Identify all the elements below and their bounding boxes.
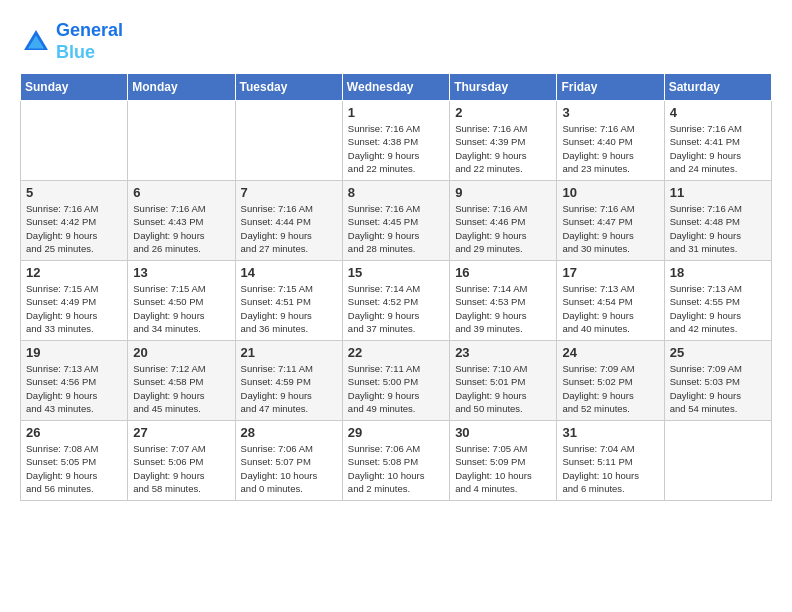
calendar-cell: 5Sunrise: 7:16 AM Sunset: 4:42 PM Daylig…	[21, 181, 128, 261]
day-number: 17	[562, 265, 658, 280]
day-number: 31	[562, 425, 658, 440]
day-number: 22	[348, 345, 444, 360]
calendar-cell: 24Sunrise: 7:09 AM Sunset: 5:02 PM Dayli…	[557, 341, 664, 421]
calendar-cell: 3Sunrise: 7:16 AM Sunset: 4:40 PM Daylig…	[557, 101, 664, 181]
calendar-cell: 30Sunrise: 7:05 AM Sunset: 5:09 PM Dayli…	[450, 421, 557, 501]
day-number: 25	[670, 345, 766, 360]
day-number: 30	[455, 425, 551, 440]
day-number: 18	[670, 265, 766, 280]
calendar-cell: 19Sunrise: 7:13 AM Sunset: 4:56 PM Dayli…	[21, 341, 128, 421]
day-info: Sunrise: 7:15 AM Sunset: 4:49 PM Dayligh…	[26, 282, 122, 335]
day-info: Sunrise: 7:12 AM Sunset: 4:58 PM Dayligh…	[133, 362, 229, 415]
day-number: 11	[670, 185, 766, 200]
day-number: 16	[455, 265, 551, 280]
column-header-wednesday: Wednesday	[342, 74, 449, 101]
day-info: Sunrise: 7:11 AM Sunset: 4:59 PM Dayligh…	[241, 362, 337, 415]
day-number: 15	[348, 265, 444, 280]
day-info: Sunrise: 7:06 AM Sunset: 5:08 PM Dayligh…	[348, 442, 444, 495]
calendar-table: SundayMondayTuesdayWednesdayThursdayFrid…	[20, 73, 772, 501]
calendar-cell: 16Sunrise: 7:14 AM Sunset: 4:53 PM Dayli…	[450, 261, 557, 341]
calendar-cell: 10Sunrise: 7:16 AM Sunset: 4:47 PM Dayli…	[557, 181, 664, 261]
calendar-week-row: 5Sunrise: 7:16 AM Sunset: 4:42 PM Daylig…	[21, 181, 772, 261]
day-number: 3	[562, 105, 658, 120]
calendar-cell	[664, 421, 771, 501]
calendar-cell: 14Sunrise: 7:15 AM Sunset: 4:51 PM Dayli…	[235, 261, 342, 341]
page-header: General Blue	[20, 20, 772, 63]
day-number: 5	[26, 185, 122, 200]
calendar-cell: 15Sunrise: 7:14 AM Sunset: 4:52 PM Dayli…	[342, 261, 449, 341]
day-info: Sunrise: 7:15 AM Sunset: 4:50 PM Dayligh…	[133, 282, 229, 335]
calendar-week-row: 12Sunrise: 7:15 AM Sunset: 4:49 PM Dayli…	[21, 261, 772, 341]
day-info: Sunrise: 7:13 AM Sunset: 4:55 PM Dayligh…	[670, 282, 766, 335]
calendar-header-row: SundayMondayTuesdayWednesdayThursdayFrid…	[21, 74, 772, 101]
calendar-cell: 20Sunrise: 7:12 AM Sunset: 4:58 PM Dayli…	[128, 341, 235, 421]
day-info: Sunrise: 7:16 AM Sunset: 4:44 PM Dayligh…	[241, 202, 337, 255]
day-info: Sunrise: 7:16 AM Sunset: 4:42 PM Dayligh…	[26, 202, 122, 255]
day-number: 28	[241, 425, 337, 440]
calendar-cell: 9Sunrise: 7:16 AM Sunset: 4:46 PM Daylig…	[450, 181, 557, 261]
column-header-tuesday: Tuesday	[235, 74, 342, 101]
calendar-week-row: 26Sunrise: 7:08 AM Sunset: 5:05 PM Dayli…	[21, 421, 772, 501]
day-number: 21	[241, 345, 337, 360]
day-info: Sunrise: 7:16 AM Sunset: 4:43 PM Dayligh…	[133, 202, 229, 255]
column-header-sunday: Sunday	[21, 74, 128, 101]
day-number: 20	[133, 345, 229, 360]
calendar-cell: 12Sunrise: 7:15 AM Sunset: 4:49 PM Dayli…	[21, 261, 128, 341]
day-number: 13	[133, 265, 229, 280]
calendar-cell: 23Sunrise: 7:10 AM Sunset: 5:01 PM Dayli…	[450, 341, 557, 421]
day-number: 29	[348, 425, 444, 440]
day-number: 19	[26, 345, 122, 360]
day-number: 1	[348, 105, 444, 120]
logo-icon	[20, 26, 52, 58]
day-info: Sunrise: 7:09 AM Sunset: 5:03 PM Dayligh…	[670, 362, 766, 415]
day-info: Sunrise: 7:16 AM Sunset: 4:45 PM Dayligh…	[348, 202, 444, 255]
logo: General Blue	[20, 20, 123, 63]
day-number: 14	[241, 265, 337, 280]
calendar-cell: 6Sunrise: 7:16 AM Sunset: 4:43 PM Daylig…	[128, 181, 235, 261]
day-info: Sunrise: 7:06 AM Sunset: 5:07 PM Dayligh…	[241, 442, 337, 495]
day-number: 24	[562, 345, 658, 360]
day-info: Sunrise: 7:16 AM Sunset: 4:48 PM Dayligh…	[670, 202, 766, 255]
calendar-week-row: 19Sunrise: 7:13 AM Sunset: 4:56 PM Dayli…	[21, 341, 772, 421]
day-number: 8	[348, 185, 444, 200]
calendar-cell: 26Sunrise: 7:08 AM Sunset: 5:05 PM Dayli…	[21, 421, 128, 501]
day-info: Sunrise: 7:16 AM Sunset: 4:38 PM Dayligh…	[348, 122, 444, 175]
day-info: Sunrise: 7:16 AM Sunset: 4:41 PM Dayligh…	[670, 122, 766, 175]
day-number: 10	[562, 185, 658, 200]
calendar-cell: 25Sunrise: 7:09 AM Sunset: 5:03 PM Dayli…	[664, 341, 771, 421]
calendar-cell: 2Sunrise: 7:16 AM Sunset: 4:39 PM Daylig…	[450, 101, 557, 181]
calendar-cell: 8Sunrise: 7:16 AM Sunset: 4:45 PM Daylig…	[342, 181, 449, 261]
day-number: 12	[26, 265, 122, 280]
day-info: Sunrise: 7:16 AM Sunset: 4:40 PM Dayligh…	[562, 122, 658, 175]
day-number: 26	[26, 425, 122, 440]
day-info: Sunrise: 7:07 AM Sunset: 5:06 PM Dayligh…	[133, 442, 229, 495]
calendar-cell: 29Sunrise: 7:06 AM Sunset: 5:08 PM Dayli…	[342, 421, 449, 501]
column-header-thursday: Thursday	[450, 74, 557, 101]
calendar-cell: 28Sunrise: 7:06 AM Sunset: 5:07 PM Dayli…	[235, 421, 342, 501]
day-info: Sunrise: 7:16 AM Sunset: 4:46 PM Dayligh…	[455, 202, 551, 255]
day-number: 7	[241, 185, 337, 200]
calendar-cell	[128, 101, 235, 181]
logo-text: General Blue	[56, 20, 123, 63]
calendar-cell: 17Sunrise: 7:13 AM Sunset: 4:54 PM Dayli…	[557, 261, 664, 341]
day-number: 9	[455, 185, 551, 200]
column-header-friday: Friday	[557, 74, 664, 101]
day-info: Sunrise: 7:14 AM Sunset: 4:53 PM Dayligh…	[455, 282, 551, 335]
calendar-cell	[235, 101, 342, 181]
calendar-cell: 4Sunrise: 7:16 AM Sunset: 4:41 PM Daylig…	[664, 101, 771, 181]
day-number: 23	[455, 345, 551, 360]
day-info: Sunrise: 7:05 AM Sunset: 5:09 PM Dayligh…	[455, 442, 551, 495]
day-info: Sunrise: 7:16 AM Sunset: 4:39 PM Dayligh…	[455, 122, 551, 175]
calendar-cell: 27Sunrise: 7:07 AM Sunset: 5:06 PM Dayli…	[128, 421, 235, 501]
day-info: Sunrise: 7:08 AM Sunset: 5:05 PM Dayligh…	[26, 442, 122, 495]
day-info: Sunrise: 7:15 AM Sunset: 4:51 PM Dayligh…	[241, 282, 337, 335]
calendar-cell: 7Sunrise: 7:16 AM Sunset: 4:44 PM Daylig…	[235, 181, 342, 261]
calendar-cell: 21Sunrise: 7:11 AM Sunset: 4:59 PM Dayli…	[235, 341, 342, 421]
day-info: Sunrise: 7:09 AM Sunset: 5:02 PM Dayligh…	[562, 362, 658, 415]
calendar-week-row: 1Sunrise: 7:16 AM Sunset: 4:38 PM Daylig…	[21, 101, 772, 181]
day-info: Sunrise: 7:13 AM Sunset: 4:56 PM Dayligh…	[26, 362, 122, 415]
day-info: Sunrise: 7:10 AM Sunset: 5:01 PM Dayligh…	[455, 362, 551, 415]
calendar-cell	[21, 101, 128, 181]
calendar-cell: 1Sunrise: 7:16 AM Sunset: 4:38 PM Daylig…	[342, 101, 449, 181]
day-info: Sunrise: 7:13 AM Sunset: 4:54 PM Dayligh…	[562, 282, 658, 335]
